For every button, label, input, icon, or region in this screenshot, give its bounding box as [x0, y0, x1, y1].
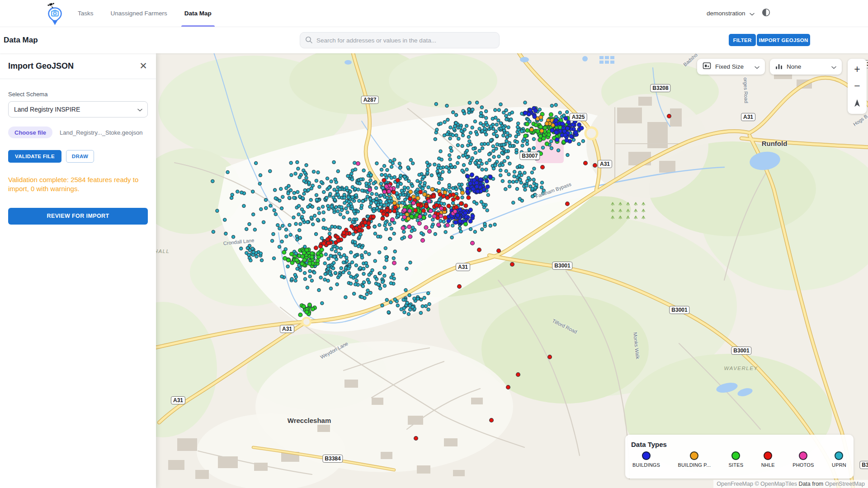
search-input[interactable] [300, 32, 500, 48]
map-point-uprn[interactable] [269, 204, 272, 207]
map-point-uprn[interactable] [386, 196, 389, 199]
map-point-uprn[interactable] [351, 178, 354, 181]
map-point-uprn[interactable] [378, 251, 381, 254]
map-point-nhle[interactable] [432, 194, 436, 198]
map-point-uprn[interactable] [317, 207, 320, 210]
map-point-uprn[interactable] [330, 225, 334, 228]
map-point-uprn[interactable] [295, 235, 298, 238]
map-point-uprn[interactable] [541, 146, 544, 149]
tab-unassigned-farmers[interactable]: Unassigned Farmers [111, 0, 167, 27]
review-for-import-button[interactable]: REVIEW FOR IMPORT [8, 208, 148, 225]
map-point-uprn[interactable] [355, 218, 358, 221]
map-point-uprn[interactable] [466, 156, 469, 159]
map-point-uprn[interactable] [303, 277, 307, 281]
map-point-uprn[interactable] [364, 251, 367, 254]
map-point-nhle[interactable] [541, 165, 545, 169]
map-point-uprn[interactable] [411, 226, 415, 229]
map-point-uprn[interactable] [292, 196, 296, 199]
map-point-uprn[interactable] [418, 173, 421, 176]
map-point-uprn[interactable] [439, 122, 442, 125]
map-point-buildings[interactable] [485, 179, 489, 183]
map-point-uprn[interactable] [378, 272, 382, 275]
map-point-uprn[interactable] [316, 218, 319, 221]
map-point-uprn[interactable] [358, 235, 361, 239]
map-point-building-plots[interactable] [409, 190, 413, 194]
map-point-uprn[interactable] [362, 272, 365, 275]
map-point-uprn[interactable] [359, 266, 362, 269]
map-point-building-plots[interactable] [443, 191, 447, 195]
map-point-uprn[interactable] [399, 166, 402, 169]
map-point-uprn[interactable] [542, 189, 545, 192]
map-point-uprn[interactable] [307, 181, 311, 184]
map-point-uprn[interactable] [384, 221, 387, 224]
map-point-uprn[interactable] [366, 289, 369, 292]
map-point-photos[interactable] [421, 239, 425, 243]
map-point-uprn[interactable] [317, 289, 321, 292]
map-point-uprn[interactable] [495, 143, 499, 146]
map-point-photos[interactable] [382, 190, 387, 194]
map-point-uprn[interactable] [442, 220, 445, 223]
close-icon[interactable]: ✕ [137, 60, 150, 72]
map-point-uprn[interactable] [289, 161, 292, 164]
map-point-uprn[interactable] [396, 304, 399, 307]
map-point-buildings[interactable] [488, 175, 492, 179]
map-point-uprn[interactable] [332, 267, 335, 270]
map-point-uprn[interactable] [377, 283, 380, 286]
map-point-uprn[interactable] [297, 213, 300, 216]
map-point-uprn[interactable] [400, 189, 403, 192]
map-point-sites[interactable] [301, 254, 305, 258]
map-point-uprn[interactable] [485, 116, 488, 119]
map-point-uprn[interactable] [486, 142, 490, 145]
map-point-uprn[interactable] [339, 213, 342, 216]
map-point-uprn[interactable] [428, 214, 431, 217]
map-point-building-plots[interactable] [423, 192, 427, 197]
map-point-uprn[interactable] [361, 200, 364, 203]
map-point-uprn[interactable] [512, 201, 515, 204]
map-point-nhle[interactable] [419, 190, 423, 194]
map-point-uprn[interactable] [490, 139, 493, 142]
map-point-uprn[interactable] [249, 259, 252, 262]
map-point-uprn[interactable] [374, 201, 377, 204]
map-point-photos[interactable] [417, 221, 421, 225]
map-point-uprn[interactable] [482, 203, 485, 206]
map-point-uprn[interactable] [390, 165, 393, 169]
map-point-uprn[interactable] [509, 118, 513, 121]
map-point-nhle[interactable] [454, 205, 458, 209]
map-point-uprn[interactable] [419, 311, 422, 314]
map-point-buildings[interactable] [471, 214, 475, 218]
map-point-uprn[interactable] [396, 195, 400, 198]
import-geojson-button[interactable]: IMPORT GEOJSON [757, 34, 810, 46]
map-point-uprn[interactable] [310, 216, 313, 219]
map-point-uprn[interactable] [365, 293, 368, 296]
map-point-buildings[interactable] [573, 120, 577, 124]
map-point-uprn[interactable] [388, 223, 392, 226]
map-point-uprn[interactable] [320, 237, 323, 240]
map-point-nhle[interactable] [392, 209, 396, 213]
map-point-uprn[interactable] [338, 274, 341, 277]
map-point-uprn[interactable] [505, 136, 509, 139]
map-point-nhle[interactable] [447, 204, 451, 208]
map-point-uprn[interactable] [274, 212, 277, 216]
map-point-nhle[interactable] [497, 249, 501, 253]
map-point-uprn[interactable] [285, 187, 288, 190]
map-point-uprn[interactable] [375, 277, 378, 281]
map-point-uprn[interactable] [301, 197, 304, 200]
map-point-uprn[interactable] [362, 169, 365, 172]
map-point-uprn[interactable] [269, 169, 272, 173]
map-point-uprn[interactable] [434, 103, 438, 106]
map-point-uprn[interactable] [441, 188, 444, 191]
map-point-uprn[interactable] [236, 190, 239, 193]
map-point-uprn[interactable] [478, 149, 481, 152]
map-point-uprn[interactable] [400, 308, 403, 311]
map-point-uprn[interactable] [465, 149, 468, 152]
map-point-uprn[interactable] [435, 128, 439, 131]
map-point-uprn[interactable] [419, 181, 422, 184]
map-point-sites[interactable] [316, 259, 320, 263]
map-point-uprn[interactable] [281, 195, 284, 198]
map-point-uprn[interactable] [487, 153, 491, 156]
map-point-uprn[interactable] [313, 271, 316, 274]
map-point-uprn[interactable] [469, 131, 472, 134]
map-point-uprn[interactable] [393, 175, 396, 178]
map-point-uprn[interactable] [499, 103, 502, 106]
map-point-buildings[interactable] [468, 182, 472, 186]
